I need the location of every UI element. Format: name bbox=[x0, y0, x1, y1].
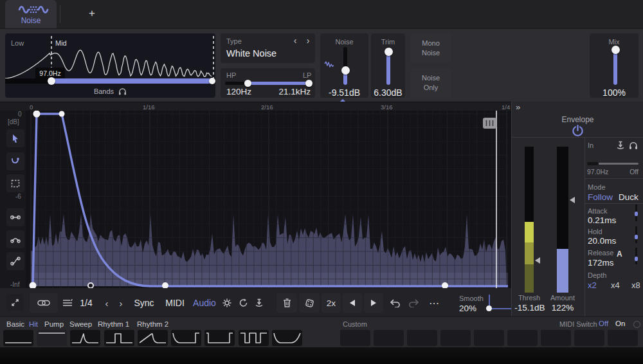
preset-tab-sweep[interactable]: Sweep bbox=[69, 320, 92, 328]
playhead-handle[interactable] bbox=[483, 118, 496, 129]
preset-shape-spike[interactable] bbox=[70, 330, 100, 346]
smooth-slider[interactable] bbox=[486, 293, 514, 313]
in-off-value[interactable]: Off bbox=[615, 168, 638, 176]
midi-switch-on[interactable]: On bbox=[615, 320, 625, 327]
link-button[interactable] bbox=[30, 293, 58, 313]
mono-noise-button[interactable]: Mono Noise bbox=[410, 33, 451, 63]
mode-follow-button[interactable]: Follow bbox=[588, 192, 613, 202]
envelope-point[interactable] bbox=[59, 111, 65, 117]
sync-mode-button[interactable]: Sync bbox=[130, 293, 158, 313]
thresh-value[interactable]: -15.1dB bbox=[512, 303, 548, 313]
preset-tab-rhythm2[interactable]: Rhythm 2 bbox=[137, 320, 168, 328]
hold-value[interactable]: 20.0ms bbox=[588, 236, 616, 246]
depth-x8-button[interactable]: x8 bbox=[631, 280, 640, 290]
hp-value[interactable]: 120Hz bbox=[226, 87, 251, 96]
trim-value[interactable]: 6.30dB bbox=[371, 87, 405, 98]
custom-slot-5[interactable] bbox=[474, 330, 504, 346]
arc-tool-button[interactable] bbox=[6, 230, 24, 248]
more-options-button[interactable]: ⋯ bbox=[424, 293, 444, 313]
expand-editor-button[interactable] bbox=[6, 294, 23, 311]
listen-headphones-icon[interactable] bbox=[629, 141, 638, 150]
preset-shape-square-pulse[interactable] bbox=[104, 330, 134, 346]
noise-slider-handle[interactable] bbox=[341, 66, 350, 75]
depth-x4-button[interactable]: x4 bbox=[611, 280, 620, 290]
envelope-point[interactable] bbox=[33, 111, 41, 118]
trim-slider-handle[interactable] bbox=[385, 48, 393, 56]
marquee-tool-button[interactable] bbox=[6, 174, 24, 192]
midi-learn-icon[interactable] bbox=[633, 321, 640, 328]
envelope-graph[interactable] bbox=[26, 111, 511, 289]
in-filter-track[interactable] bbox=[587, 163, 638, 165]
nudge-right-button[interactable] bbox=[364, 293, 383, 313]
rate-prev-button[interactable]: ‹ bbox=[100, 293, 113, 313]
mode-duck-button[interactable]: Duck bbox=[619, 192, 638, 202]
band-mid-label[interactable]: Mid bbox=[55, 39, 67, 47]
filter-fill[interactable] bbox=[248, 82, 309, 85]
threshold-marker[interactable] bbox=[535, 257, 540, 264]
envelope-curve-handle[interactable] bbox=[88, 283, 93, 288]
add-tab-button[interactable]: + bbox=[84, 5, 100, 22]
release-mini-slider[interactable] bbox=[635, 248, 637, 264]
line-tool-button[interactable] bbox=[6, 208, 24, 226]
preset-tab-rhythm1[interactable]: Rhythm 1 bbox=[98, 320, 129, 328]
amount-marker[interactable] bbox=[570, 197, 575, 203]
auto-release-badge[interactable]: A bbox=[617, 250, 622, 259]
hold-mini-slider[interactable] bbox=[635, 226, 637, 243]
smooth-slider-handle[interactable] bbox=[486, 305, 492, 311]
bands-row[interactable]: Bands bbox=[5, 86, 215, 96]
preset-shape-ramp-hit[interactable] bbox=[138, 330, 168, 346]
envelope-power-icon[interactable] bbox=[571, 124, 584, 138]
noise-only-button[interactable]: Noise Only bbox=[410, 68, 451, 98]
pin-audio-button[interactable] bbox=[251, 293, 267, 313]
mix-slider-handle[interactable] bbox=[611, 46, 620, 54]
settings-button[interactable] bbox=[219, 293, 235, 313]
cursor-tool-button[interactable] bbox=[6, 129, 24, 147]
midi-mode-button[interactable]: MIDI bbox=[160, 293, 190, 313]
amount-value[interactable]: 122% bbox=[548, 303, 577, 313]
custom-slot-1[interactable] bbox=[340, 330, 370, 346]
nudge-left-button[interactable] bbox=[343, 293, 362, 313]
double-pattern-button[interactable]: 2x bbox=[322, 293, 341, 313]
custom-slot-4[interactable] bbox=[440, 330, 471, 346]
rate-value[interactable]: 1/4 bbox=[76, 293, 96, 313]
preset-shape-square-u[interactable] bbox=[204, 330, 235, 346]
hp-handle[interactable] bbox=[244, 80, 251, 87]
collapse-panel-button[interactable]: » bbox=[516, 102, 520, 112]
attack-mini-slider[interactable] bbox=[635, 205, 637, 221]
band-low-label[interactable]: Low bbox=[11, 39, 24, 47]
type-next-button[interactable]: › bbox=[303, 35, 313, 46]
preset-tab-pump[interactable]: Pump bbox=[44, 320, 64, 328]
preset-tab-basic[interactable]: Basic bbox=[6, 320, 24, 328]
attack-value[interactable]: 0.21ms bbox=[588, 215, 616, 225]
custom-slot-9[interactable] bbox=[608, 330, 638, 346]
sidechain-icon[interactable] bbox=[616, 141, 625, 150]
type-prev-button[interactable]: ‹ bbox=[290, 35, 300, 46]
scurve-tool-button[interactable] bbox=[6, 252, 24, 270]
mix-value[interactable]: 100% bbox=[590, 87, 638, 98]
release-value[interactable]: 172ms bbox=[588, 258, 614, 268]
custom-slot-8[interactable] bbox=[574, 330, 604, 346]
preset-shape-flat-low[interactable] bbox=[3, 330, 33, 346]
headphones-icon[interactable] bbox=[118, 87, 127, 95]
ruler[interactable]: 0 1/16 2/16 3/16 1/4 bbox=[0, 102, 511, 111]
loop-button[interactable] bbox=[235, 293, 251, 313]
randomize-button[interactable] bbox=[299, 293, 320, 313]
band-high-handle[interactable] bbox=[209, 78, 215, 84]
custom-slot-2[interactable] bbox=[374, 330, 404, 346]
depth-x2-button[interactable]: x2 bbox=[588, 280, 597, 290]
preset-shape-decay-rise[interactable] bbox=[171, 330, 201, 346]
pattern-list-button[interactable] bbox=[59, 293, 76, 313]
in-freq-value[interactable]: 97.0Hz bbox=[587, 168, 608, 176]
custom-slot-7[interactable] bbox=[541, 330, 571, 346]
preset-shape-flat-high[interactable] bbox=[37, 330, 67, 346]
preset-shape-smooth-u[interactable] bbox=[272, 330, 302, 346]
rate-next-button[interactable]: › bbox=[114, 293, 127, 313]
delete-button[interactable] bbox=[276, 293, 297, 313]
undo-button[interactable] bbox=[386, 293, 404, 313]
redo-button[interactable] bbox=[405, 293, 423, 313]
audio-mode-button[interactable]: Audio bbox=[191, 293, 218, 313]
custom-slot-3[interactable] bbox=[407, 330, 437, 346]
custom-slot-6[interactable] bbox=[507, 330, 538, 346]
midi-switch-off[interactable]: Off bbox=[599, 320, 608, 327]
lp-handle[interactable] bbox=[305, 80, 312, 87]
